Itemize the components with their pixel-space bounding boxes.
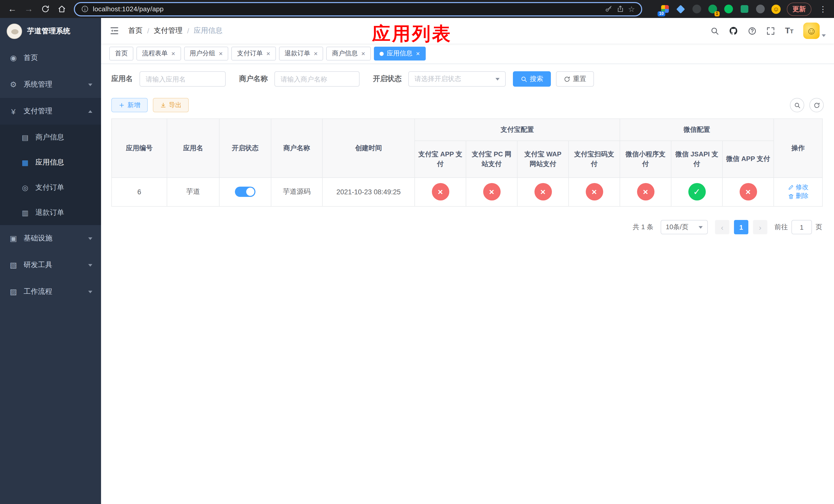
forward-icon[interactable]: → [22, 2, 36, 16]
wallet-icon: ▤ [21, 133, 30, 141]
emoji-extension-icon[interactable]: ☺ [771, 4, 781, 14]
browser-menu-icon[interactable]: ⋮ [817, 4, 829, 14]
delete-link[interactable]: 删除 [788, 192, 809, 201]
overlay-annotation-title: 应用列表 [372, 22, 452, 47]
col-merchant-name: 商户名称 [271, 119, 322, 177]
breadcrumb-payment[interactable]: 支付管理 [154, 26, 182, 36]
dark-extension-icon[interactable] [692, 4, 702, 14]
table-toolbar: 新增 导出 [111, 98, 824, 112]
next-page-button[interactable]: › [753, 220, 767, 234]
col-status: 开启状态 [219, 119, 271, 177]
tab-app-info[interactable]: 应用信息 × [374, 47, 425, 61]
sidebar: 芋道管理系统 ◉ 首页 ⚙ 系统管理 ¥ 支付管理 ▤ 商户信息 [0, 18, 101, 504]
chevron-down-icon [88, 83, 92, 86]
reset-button[interactable]: 重置 [556, 71, 594, 87]
browser-chrome: ← → localhost:1024/pay/app ☆ 10 [0, 0, 834, 18]
avatar-extension-icon[interactable]: 1 [707, 4, 718, 14]
sidebar-item-pay-order[interactable]: ◎ 支付订单 [0, 175, 101, 200]
close-tab-icon[interactable]: × [266, 50, 270, 57]
sidebar-fold-icon[interactable] [109, 26, 119, 36]
tab-refund-order[interactable]: 退款订单 × [279, 47, 323, 61]
status-select[interactable]: 请选择开启状态 [408, 71, 506, 87]
github-icon[interactable] [729, 26, 738, 36]
sidebar-item-infra[interactable]: ▣ 基础设施 [0, 225, 101, 252]
tab-home[interactable]: 首页 [109, 47, 133, 61]
sidebar-group-payment: ¥ 支付管理 ▤ 商户信息 ▦ 应用信息 ◎ 支付订单 ▥ [0, 98, 101, 225]
merchant-name-input[interactable] [275, 71, 359, 87]
current-page-button[interactable]: 1 [734, 220, 748, 234]
tab-process-form[interactable]: 流程表单 × [136, 47, 181, 61]
sidebar-item-workflow[interactable]: ▨ 工作流程 [0, 278, 101, 305]
goto-page-input[interactable] [791, 220, 812, 234]
search-button[interactable]: 搜索 [513, 71, 551, 87]
sidebar-item-home[interactable]: ◉ 首页 [0, 45, 101, 71]
edit-link[interactable]: 修改 [788, 183, 809, 191]
star-icon[interactable]: ☆ [628, 4, 635, 14]
key-icon[interactable] [605, 5, 612, 13]
chevron-up-icon [88, 110, 92, 113]
sidebar-item-dev-tools[interactable]: ▧ 研发工具 [0, 252, 101, 278]
main-area: 首页 / 支付管理 / 应用信息 [101, 18, 834, 504]
home-icon[interactable] [54, 2, 69, 16]
extension-badge: 10 [658, 11, 665, 16]
extension-badge-1: 1 [714, 11, 720, 16]
col-alipay-app: 支付宝 APP 支付 [415, 140, 466, 177]
page-size-select[interactable]: 10条/页 [661, 220, 708, 234]
page-unit-label: 页 [815, 223, 822, 232]
plus-icon [118, 102, 125, 109]
url-text[interactable]: localhost:1024/pay/app [93, 5, 600, 13]
close-tab-icon[interactable]: × [361, 50, 365, 57]
document-icon: ▥ [21, 208, 30, 216]
col-alipay-pc: 支付宝 PC 网站支付 [466, 140, 517, 177]
search-icon[interactable] [711, 26, 719, 35]
back-icon[interactable]: ← [5, 2, 20, 16]
refresh-table-button[interactable] [809, 98, 824, 112]
share-icon[interactable] [616, 5, 624, 13]
breadcrumb: 首页 / 支付管理 / 应用信息 [128, 26, 223, 36]
sidebar-logo-row[interactable]: 芋道管理系统 [0, 18, 101, 45]
tab-pay-order[interactable]: 支付订单 × [231, 47, 276, 61]
notes-extension-icon[interactable] [739, 4, 749, 14]
app-table: 应用编号 应用名 开启状态 商户名称 创建时间 支付宝配置 微信配置 操作 支付… [111, 118, 823, 207]
alipay-app-status-icon: × [432, 183, 449, 201]
app-root: 芋道管理系统 ◉ 首页 ⚙ 系统管理 ¥ 支付管理 ▤ 商户信息 [0, 18, 834, 504]
tab-merchant-info[interactable]: 商户信息 × [327, 47, 371, 61]
prev-page-button[interactable]: ‹ [715, 220, 729, 234]
close-tab-icon[interactable]: × [219, 50, 223, 57]
status-toggle[interactable] [235, 187, 256, 197]
add-button[interactable]: 新增 [111, 98, 148, 112]
close-tab-icon[interactable]: × [416, 50, 420, 57]
export-button[interactable]: 导出 [153, 98, 189, 112]
sidebar-item-merchant-info[interactable]: ▤ 商户信息 [0, 124, 101, 150]
reload-icon[interactable] [38, 2, 52, 16]
help-icon[interactable] [748, 26, 757, 35]
puzzle-extension-icon[interactable] [755, 4, 765, 14]
toggle-search-button[interactable] [790, 98, 804, 112]
chevron-down-icon [88, 264, 92, 266]
wx-app-status-icon: × [739, 183, 757, 201]
sidebar-item-payment[interactable]: ¥ 支付管理 [0, 98, 101, 124]
wechat-devtools-icon[interactable] [723, 4, 733, 14]
avatar: ☺ [803, 23, 820, 39]
user-menu[interactable]: ☺ [803, 23, 826, 39]
breadcrumb-home[interactable]: 首页 [128, 26, 142, 36]
app-name-input[interactable] [139, 71, 226, 87]
close-tab-icon[interactable]: × [171, 50, 175, 57]
info-icon[interactable] [81, 5, 89, 13]
fullscreen-icon[interactable] [767, 26, 775, 35]
diamond-extension-icon[interactable] [676, 4, 686, 14]
extensions-grid-icon[interactable]: 10 [660, 4, 670, 14]
tab-user-group[interactable]: 用户分组 × [184, 47, 228, 61]
sidebar-item-app-info[interactable]: ▦ 应用信息 [0, 150, 101, 175]
breadcrumb-current: 应用信息 [194, 26, 223, 36]
search-icon [521, 76, 527, 82]
address-bar[interactable]: localhost:1024/pay/app ☆ [74, 2, 642, 16]
workflow-icon: ▨ [9, 287, 18, 296]
font-size-icon[interactable]: TT [785, 26, 793, 36]
browser-update-button[interactable]: 更新 [787, 2, 811, 16]
merchant-name-label: 商户名称 [239, 74, 268, 84]
download-icon [160, 102, 166, 109]
sidebar-item-system[interactable]: ⚙ 系统管理 [0, 71, 101, 98]
close-tab-icon[interactable]: × [314, 50, 318, 57]
sidebar-item-refund-order[interactable]: ▥ 退款订单 [0, 200, 101, 225]
